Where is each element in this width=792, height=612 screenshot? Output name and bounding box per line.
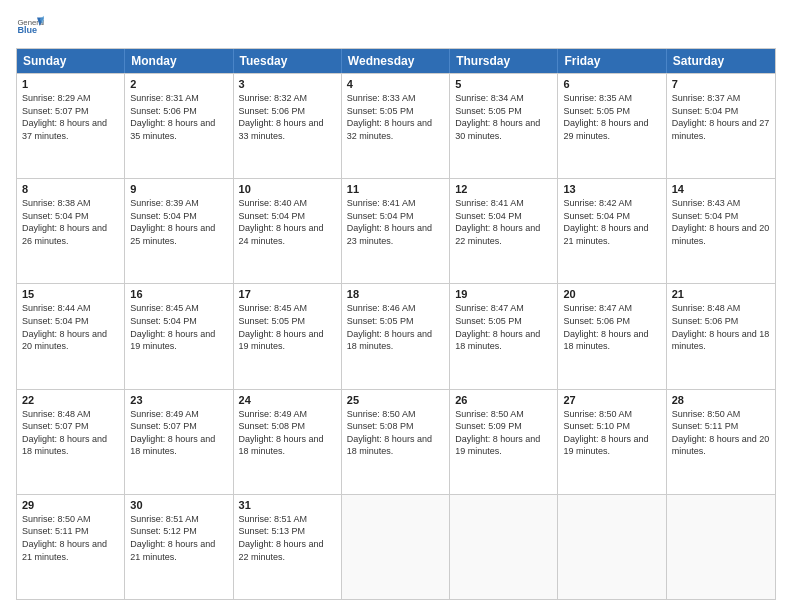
day-number: 12	[455, 183, 552, 195]
day-number: 30	[130, 499, 227, 511]
cal-header-wednesday: Wednesday	[342, 49, 450, 73]
day-number: 31	[239, 499, 336, 511]
day-number: 17	[239, 288, 336, 300]
cal-day-empty	[342, 495, 450, 599]
cal-day-19: 19Sunrise: 8:47 AM Sunset: 5:05 PM Dayli…	[450, 284, 558, 388]
cal-week-2: 8Sunrise: 8:38 AM Sunset: 5:04 PM Daylig…	[17, 178, 775, 283]
cal-day-empty	[558, 495, 666, 599]
day-number: 25	[347, 394, 444, 406]
day-info: Sunrise: 8:48 AM Sunset: 5:07 PM Dayligh…	[22, 408, 119, 458]
day-info: Sunrise: 8:47 AM Sunset: 5:06 PM Dayligh…	[563, 302, 660, 352]
day-info: Sunrise: 8:42 AM Sunset: 5:04 PM Dayligh…	[563, 197, 660, 247]
cal-day-6: 6Sunrise: 8:35 AM Sunset: 5:05 PM Daylig…	[558, 74, 666, 178]
day-number: 29	[22, 499, 119, 511]
cal-day-13: 13Sunrise: 8:42 AM Sunset: 5:04 PM Dayli…	[558, 179, 666, 283]
cal-header-monday: Monday	[125, 49, 233, 73]
cal-day-12: 12Sunrise: 8:41 AM Sunset: 5:04 PM Dayli…	[450, 179, 558, 283]
calendar: SundayMondayTuesdayWednesdayThursdayFrid…	[16, 48, 776, 600]
day-info: Sunrise: 8:47 AM Sunset: 5:05 PM Dayligh…	[455, 302, 552, 352]
calendar-header-row: SundayMondayTuesdayWednesdayThursdayFrid…	[17, 49, 775, 73]
day-info: Sunrise: 8:49 AM Sunset: 5:07 PM Dayligh…	[130, 408, 227, 458]
day-number: 8	[22, 183, 119, 195]
day-number: 22	[22, 394, 119, 406]
day-number: 20	[563, 288, 660, 300]
cal-day-9: 9Sunrise: 8:39 AM Sunset: 5:04 PM Daylig…	[125, 179, 233, 283]
cal-day-5: 5Sunrise: 8:34 AM Sunset: 5:05 PM Daylig…	[450, 74, 558, 178]
day-info: Sunrise: 8:32 AM Sunset: 5:06 PM Dayligh…	[239, 92, 336, 142]
day-info: Sunrise: 8:33 AM Sunset: 5:05 PM Dayligh…	[347, 92, 444, 142]
day-info: Sunrise: 8:51 AM Sunset: 5:12 PM Dayligh…	[130, 513, 227, 563]
day-number: 14	[672, 183, 770, 195]
logo: General Blue	[16, 12, 44, 40]
cal-day-20: 20Sunrise: 8:47 AM Sunset: 5:06 PM Dayli…	[558, 284, 666, 388]
cal-day-18: 18Sunrise: 8:46 AM Sunset: 5:05 PM Dayli…	[342, 284, 450, 388]
cal-day-2: 2Sunrise: 8:31 AM Sunset: 5:06 PM Daylig…	[125, 74, 233, 178]
cal-day-27: 27Sunrise: 8:50 AM Sunset: 5:10 PM Dayli…	[558, 390, 666, 494]
day-number: 7	[672, 78, 770, 90]
day-number: 24	[239, 394, 336, 406]
cal-day-7: 7Sunrise: 8:37 AM Sunset: 5:04 PM Daylig…	[667, 74, 775, 178]
cal-day-10: 10Sunrise: 8:40 AM Sunset: 5:04 PM Dayli…	[234, 179, 342, 283]
day-info: Sunrise: 8:40 AM Sunset: 5:04 PM Dayligh…	[239, 197, 336, 247]
day-info: Sunrise: 8:50 AM Sunset: 5:08 PM Dayligh…	[347, 408, 444, 458]
cal-day-28: 28Sunrise: 8:50 AM Sunset: 5:11 PM Dayli…	[667, 390, 775, 494]
day-number: 27	[563, 394, 660, 406]
day-number: 3	[239, 78, 336, 90]
day-info: Sunrise: 8:35 AM Sunset: 5:05 PM Dayligh…	[563, 92, 660, 142]
cal-day-31: 31Sunrise: 8:51 AM Sunset: 5:13 PM Dayli…	[234, 495, 342, 599]
svg-text:Blue: Blue	[17, 25, 37, 35]
day-number: 6	[563, 78, 660, 90]
day-info: Sunrise: 8:49 AM Sunset: 5:08 PM Dayligh…	[239, 408, 336, 458]
day-info: Sunrise: 8:38 AM Sunset: 5:04 PM Dayligh…	[22, 197, 119, 247]
cal-day-empty	[450, 495, 558, 599]
logo-icon: General Blue	[16, 12, 44, 40]
cal-day-8: 8Sunrise: 8:38 AM Sunset: 5:04 PM Daylig…	[17, 179, 125, 283]
day-info: Sunrise: 8:45 AM Sunset: 5:04 PM Dayligh…	[130, 302, 227, 352]
day-info: Sunrise: 8:48 AM Sunset: 5:06 PM Dayligh…	[672, 302, 770, 352]
cal-day-30: 30Sunrise: 8:51 AM Sunset: 5:12 PM Dayli…	[125, 495, 233, 599]
cal-header-sunday: Sunday	[17, 49, 125, 73]
day-number: 19	[455, 288, 552, 300]
cal-header-friday: Friday	[558, 49, 666, 73]
day-info: Sunrise: 8:50 AM Sunset: 5:11 PM Dayligh…	[22, 513, 119, 563]
day-info: Sunrise: 8:37 AM Sunset: 5:04 PM Dayligh…	[672, 92, 770, 142]
day-number: 9	[130, 183, 227, 195]
page-header: General Blue	[16, 12, 776, 40]
cal-day-3: 3Sunrise: 8:32 AM Sunset: 5:06 PM Daylig…	[234, 74, 342, 178]
day-number: 1	[22, 78, 119, 90]
cal-day-16: 16Sunrise: 8:45 AM Sunset: 5:04 PM Dayli…	[125, 284, 233, 388]
cal-day-15: 15Sunrise: 8:44 AM Sunset: 5:04 PM Dayli…	[17, 284, 125, 388]
cal-week-5: 29Sunrise: 8:50 AM Sunset: 5:11 PM Dayli…	[17, 494, 775, 599]
cal-week-4: 22Sunrise: 8:48 AM Sunset: 5:07 PM Dayli…	[17, 389, 775, 494]
day-number: 21	[672, 288, 770, 300]
cal-day-29: 29Sunrise: 8:50 AM Sunset: 5:11 PM Dayli…	[17, 495, 125, 599]
cal-day-21: 21Sunrise: 8:48 AM Sunset: 5:06 PM Dayli…	[667, 284, 775, 388]
day-info: Sunrise: 8:41 AM Sunset: 5:04 PM Dayligh…	[347, 197, 444, 247]
day-number: 2	[130, 78, 227, 90]
day-info: Sunrise: 8:50 AM Sunset: 5:10 PM Dayligh…	[563, 408, 660, 458]
calendar-body: 1Sunrise: 8:29 AM Sunset: 5:07 PM Daylig…	[17, 73, 775, 599]
cal-day-23: 23Sunrise: 8:49 AM Sunset: 5:07 PM Dayli…	[125, 390, 233, 494]
day-number: 11	[347, 183, 444, 195]
day-number: 26	[455, 394, 552, 406]
day-info: Sunrise: 8:39 AM Sunset: 5:04 PM Dayligh…	[130, 197, 227, 247]
day-info: Sunrise: 8:44 AM Sunset: 5:04 PM Dayligh…	[22, 302, 119, 352]
day-info: Sunrise: 8:43 AM Sunset: 5:04 PM Dayligh…	[672, 197, 770, 247]
day-number: 5	[455, 78, 552, 90]
day-info: Sunrise: 8:51 AM Sunset: 5:13 PM Dayligh…	[239, 513, 336, 563]
day-info: Sunrise: 8:31 AM Sunset: 5:06 PM Dayligh…	[130, 92, 227, 142]
day-number: 10	[239, 183, 336, 195]
cal-week-3: 15Sunrise: 8:44 AM Sunset: 5:04 PM Dayli…	[17, 283, 775, 388]
cal-header-saturday: Saturday	[667, 49, 775, 73]
cal-day-14: 14Sunrise: 8:43 AM Sunset: 5:04 PM Dayli…	[667, 179, 775, 283]
day-number: 15	[22, 288, 119, 300]
cal-day-1: 1Sunrise: 8:29 AM Sunset: 5:07 PM Daylig…	[17, 74, 125, 178]
cal-header-tuesday: Tuesday	[234, 49, 342, 73]
cal-day-26: 26Sunrise: 8:50 AM Sunset: 5:09 PM Dayli…	[450, 390, 558, 494]
day-info: Sunrise: 8:45 AM Sunset: 5:05 PM Dayligh…	[239, 302, 336, 352]
day-info: Sunrise: 8:41 AM Sunset: 5:04 PM Dayligh…	[455, 197, 552, 247]
day-number: 13	[563, 183, 660, 195]
cal-day-11: 11Sunrise: 8:41 AM Sunset: 5:04 PM Dayli…	[342, 179, 450, 283]
cal-day-4: 4Sunrise: 8:33 AM Sunset: 5:05 PM Daylig…	[342, 74, 450, 178]
cal-header-thursday: Thursday	[450, 49, 558, 73]
